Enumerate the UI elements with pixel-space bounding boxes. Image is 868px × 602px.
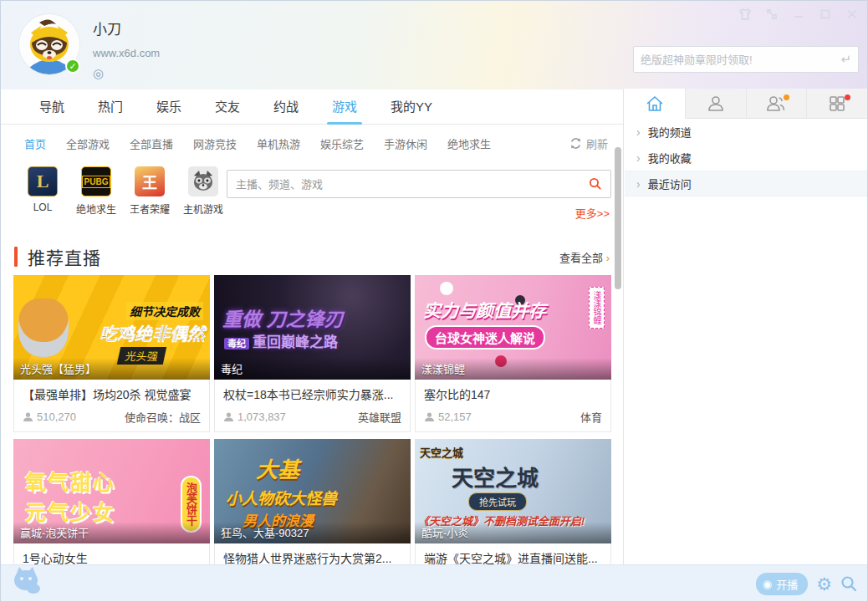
sidebar-item-label: 我的频道	[648, 124, 692, 140]
stream-title: 怪物猎人世界迷惑行为大赏第2...	[223, 549, 401, 564]
cover-logo: 天空之城	[420, 444, 463, 460]
shortcut-label: 绝地求生	[76, 202, 116, 216]
close-icon[interactable]	[845, 8, 859, 21]
scrollbar-thumb[interactable]	[615, 147, 621, 289]
verified-badge-icon: ✓	[65, 59, 80, 74]
stream-card[interactable]: 天空之城 天空之城 抢先试玩 《天空之城》不删档测试全面开启! 酷玩-小炎 端游…	[415, 439, 611, 564]
sidebar-tab-profile[interactable]	[686, 89, 747, 118]
cover-text: 小人物砍大怪兽	[226, 486, 337, 508]
sidebar-tabs	[625, 89, 867, 119]
subnav-online-games[interactable]: 网游竞技	[193, 135, 237, 151]
sidebar-tab-contacts[interactable]	[747, 89, 808, 118]
lol-game-icon: L	[28, 166, 58, 196]
section-title: 推荐直播	[28, 244, 101, 269]
stream-card[interactable]: 氧气甜心 元气少女 泡芙饼干 赢城-泡芙饼干 1号心动女生	[13, 439, 210, 564]
viewer-icon	[424, 412, 435, 422]
promo-input[interactable]	[641, 54, 840, 66]
sidebar-list: › 我的频道 › 我的收藏 › 最近访问	[625, 119, 867, 196]
console-game-icon	[188, 166, 218, 196]
mini-mode-icon[interactable]	[765, 8, 779, 21]
subnav-pc-games[interactable]: 单机热游	[257, 135, 300, 151]
home-icon	[646, 95, 664, 112]
refresh-label: 刷新	[586, 135, 608, 151]
tab-yule[interactable]: 娱乐	[156, 89, 181, 125]
viewer-icon	[223, 412, 234, 422]
shortcut-label: 主机游戏	[183, 202, 223, 216]
stream-title: 【最强单排】场均20杀 视觉盛宴	[23, 385, 201, 402]
view-all-link[interactable]: 查看全部 ›	[559, 249, 610, 265]
sidebar-tab-apps[interactable]	[807, 89, 867, 118]
search-input[interactable]	[236, 178, 589, 191]
skin-icon[interactable]	[738, 8, 752, 21]
tab-jiaoyou[interactable]: 交友	[215, 89, 240, 125]
subnav-mobile-games[interactable]: 手游休闲	[384, 135, 427, 151]
shortcut-label: 王者荣耀	[130, 202, 170, 216]
tab-youxi[interactable]: 游戏	[332, 89, 357, 125]
cover-art	[440, 282, 453, 295]
tab-my-yy[interactable]: 我的YY	[391, 89, 432, 125]
sidebar-item-my-channels[interactable]: › 我的频道	[625, 119, 867, 145]
game-category[interactable]: 英雄联盟	[358, 409, 401, 425]
wangzhe-game-icon: 王	[135, 166, 165, 196]
game-category[interactable]: 体育	[580, 409, 602, 425]
cover-text: 吃鸡绝非偶然	[100, 320, 205, 345]
stream-card[interactable]: 细节决定成败 吃鸡绝非偶然 光头强 光头强【猛男】 【最强单排】场均20杀 视觉…	[13, 275, 210, 432]
refresh-button[interactable]: 刷新	[569, 125, 608, 161]
stream-card[interactable]: 实力与颜值并存 台球女神迷人解说 漾漾锦鲤 漾漾锦鲤 塞尔比的147 52,15…	[415, 275, 611, 432]
stream-card[interactable]: 重做 刀之锋刃 毒纪重回巅峰之路 毒纪 权杖=18本书已经宗师实力暴涨... 1…	[214, 275, 411, 432]
status-invisible-icon[interactable]: ◎	[93, 66, 160, 81]
main-content: 导航 热门 娱乐 交友 约战 游戏 我的YY 首页 全部游戏 全部直播 网游竞技…	[1, 89, 624, 564]
refresh-icon	[569, 137, 582, 150]
shortcut-label: LOL	[33, 202, 53, 213]
stream-thumbnail: 天空之城 天空之城 抢先试玩 《天空之城》不删档测试全面开启! 酷玩-小炎	[415, 439, 611, 543]
cover-text: 重做 刀之锋刃	[222, 304, 343, 332]
sidebar-item-recent[interactable]: › 最近访问	[625, 171, 867, 196]
yy-mascot-icon[interactable]	[11, 564, 44, 599]
chevron-right-icon: ›	[636, 125, 641, 139]
stream-title: 1号心动女生	[23, 549, 201, 564]
subnav-all-live[interactable]: 全部直播	[130, 135, 173, 151]
username[interactable]: 小刀	[93, 18, 160, 38]
secondary-nav: 首页 全部游戏 全部直播 网游竞技 单机热游 娱乐综艺 手游休闲 绝地求生 刷新	[1, 125, 623, 161]
sidebar-item-label: 最近访问	[648, 176, 692, 191]
view-all-label: 查看全部	[559, 252, 603, 264]
shortcut-pubg[interactable]: PUBG 绝地求生	[74, 166, 118, 216]
cover-text: 天空之城	[452, 461, 539, 492]
shortcut-lol[interactable]: L LOL	[21, 166, 64, 216]
cover-text: 氧气甜心	[25, 466, 115, 496]
shortcut-console[interactable]: 主机游戏	[181, 166, 225, 216]
stream-card-grid: 细节决定成败 吃鸡绝非偶然 光头强 光头强【猛男】 【最强单排】场均20杀 视觉…	[1, 275, 611, 564]
bottom-search-icon[interactable]	[840, 575, 857, 592]
cover-text: 实力与颜值并存	[423, 297, 546, 322]
sidebar-item-favorites[interactable]: › 我的收藏	[625, 145, 867, 171]
sidebar-panel: › 我的频道 › 我的收藏 › 最近访问	[625, 89, 867, 564]
maximize-icon[interactable]	[819, 8, 832, 21]
stream-thumbnail: 重做 刀之锋刃 毒纪重回巅峰之路 毒纪	[214, 275, 411, 380]
cover-art	[18, 298, 69, 357]
game-category[interactable]: 使命召唤：战区	[125, 409, 201, 425]
search-icon[interactable]	[589, 177, 602, 191]
streamer-name: 漾漾锦鲤	[415, 358, 611, 380]
tab-yuezhan[interactable]: 约战	[273, 89, 299, 125]
titlebar-controls	[738, 8, 859, 21]
pubg-game-icon: PUBG	[81, 166, 111, 196]
tab-daohang[interactable]: 导航	[39, 89, 64, 125]
sidebar-item-label: 我的收藏	[648, 150, 692, 166]
subnav-variety[interactable]: 娱乐综艺	[320, 135, 364, 151]
subnav-pubg[interactable]: 绝地求生	[447, 135, 491, 151]
promo-input-box: ↵	[633, 46, 859, 73]
enter-icon[interactable]: ↵	[840, 52, 851, 67]
minimize-icon[interactable]	[792, 8, 805, 21]
start-live-button[interactable]: ◉ 开播	[756, 573, 808, 595]
subnav-all-games[interactable]: 全部游戏	[66, 135, 110, 151]
settings-gear-icon[interactable]: ⚙	[816, 575, 832, 593]
more-link[interactable]: 更多>>	[575, 205, 610, 221]
subnav-shouye[interactable]: 首页	[24, 135, 46, 151]
stream-card[interactable]: 大基 小人物砍大怪兽 男人的浪漫 狂鸟、大基-90327 怪物猎人世界迷惑行为大…	[214, 439, 411, 564]
content-scrollbar[interactable]	[615, 126, 621, 564]
cover-text: 抢先试玩	[468, 492, 527, 511]
sidebar-tab-home[interactable]	[625, 89, 686, 119]
chevron-right-icon: ›	[636, 151, 641, 165]
shortcut-wangzhe[interactable]: 王 王者荣耀	[128, 166, 171, 216]
tab-remen[interactable]: 热门	[98, 89, 123, 125]
